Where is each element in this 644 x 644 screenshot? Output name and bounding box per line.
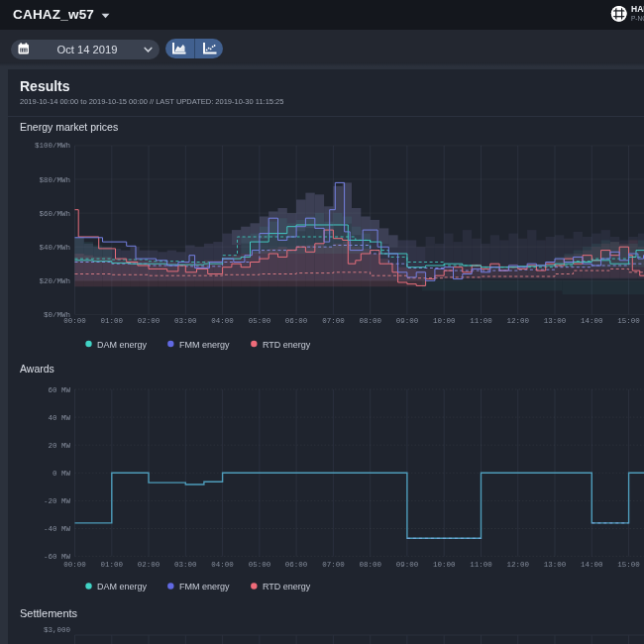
svg-text:20 MW: 20 MW: [48, 442, 70, 450]
svg-text:$3,000: $3,000: [44, 626, 71, 634]
svg-text:13:00: 13:00: [544, 561, 567, 569]
svg-text:FMM energy: FMM energy: [179, 582, 230, 591]
svg-text:14:00: 14:00: [581, 561, 603, 569]
svg-text:40 MW: 40 MW: [48, 414, 70, 422]
svg-text:08:00: 08:00: [359, 561, 381, 569]
svg-text:-40 MW: -40 MW: [44, 525, 71, 533]
svg-text:10:00: 10:00: [433, 561, 456, 569]
svg-text:12:00: 12:00: [506, 561, 529, 569]
svg-text:RTD energy: RTD energy: [263, 582, 311, 591]
svg-text:04:00: 04:00: [211, 561, 234, 569]
svg-text:11:00: 11:00: [470, 561, 492, 569]
svg-text:15:00: 15:00: [617, 561, 640, 569]
svg-text:0 MW: 0 MW: [53, 470, 71, 478]
svg-text:DAM energy: DAM energy: [97, 582, 148, 591]
svg-text:60 MW: 60 MW: [48, 386, 70, 394]
svg-text:02:00: 02:00: [138, 561, 161, 569]
svg-text:05:00: 05:00: [249, 561, 271, 569]
svg-text:00:00: 00:00: [63, 561, 86, 569]
svg-text:03:00: 03:00: [174, 561, 197, 569]
svg-text:07:00: 07:00: [322, 561, 345, 569]
svg-text:01:00: 01:00: [101, 561, 124, 569]
svg-text:09:00: 09:00: [396, 561, 419, 569]
svg-text:-20 MW: -20 MW: [44, 497, 71, 505]
svg-text:06:00: 06:00: [285, 561, 308, 569]
